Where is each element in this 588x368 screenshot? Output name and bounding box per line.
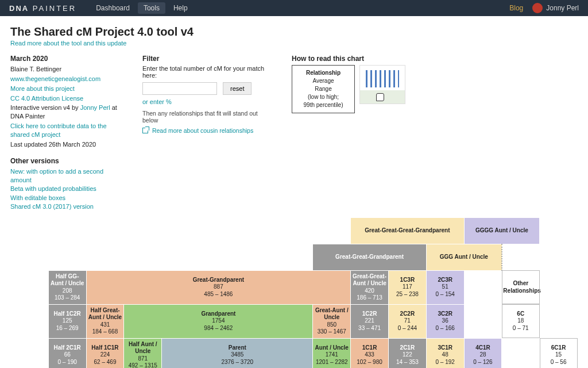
cell-gg-grandparent[interactable]: Great-Great-Grandparent: [313, 244, 426, 270]
other-heading: Other versions: [10, 157, 125, 165]
cell-1c2r-a[interactable]: 1C2R 221 33 – 471: [351, 304, 389, 338]
filter-hint: Then any relationships that fit will sta…: [142, 110, 274, 124]
howto-block: How to read this chart Relationship Aver…: [292, 55, 407, 113]
meta-site-link[interactable]: www.thegeneticgenealogist.com: [10, 75, 100, 82]
nav-dashboard[interactable]: Dashboard: [90, 2, 136, 14]
filter-block: Filter Enter the total number of cM for …: [142, 55, 274, 134]
other-link-2[interactable]: With editable boxes: [10, 194, 125, 202]
cursor-icon: [376, 93, 384, 101]
other-link-1[interactable]: Beta with updated probabilities: [10, 185, 125, 193]
meta-last-updated: Last updated 26th March 2020: [10, 140, 125, 149]
cell-1c3r-top[interactable]: 1C3R 117 25 – 238: [388, 270, 426, 304]
filter-heading: Filter: [142, 55, 274, 63]
cell-3c1r-a[interactable]: 3C1R 48 0 – 192: [426, 338, 464, 368]
meta-interactive-mid: at: [110, 104, 117, 111]
cell-other-relationships[interactable]: Other Relationships: [502, 270, 540, 304]
howto-legend-box: Relationship Average Range (low to high;…: [292, 65, 355, 113]
filter-more-link[interactable]: Read more about cousin relationships: [152, 127, 253, 134]
cell-4c1r-a[interactable]: 4C1R 28 0 – 126: [464, 338, 502, 368]
logo[interactable]: DNA PAINTER: [9, 4, 76, 13]
other-versions: Other versions New: with option to add a…: [10, 157, 125, 212]
meta-contribute-link[interactable]: Click here to contribute data to the sha…: [10, 122, 107, 138]
cell-2c3r-top[interactable]: 2C3R 51 0 – 154: [426, 270, 464, 304]
cell-ggg-aunt-uncle[interactable]: GGG Aunt / Uncle: [426, 244, 502, 270]
nav-right: Blog Jonny Perl: [509, 3, 579, 13]
howto-rel: Relationship: [306, 70, 341, 76]
nav-items: Dashboard Tools Help: [90, 2, 193, 14]
meta-more-link[interactable]: More about this project: [10, 85, 75, 92]
cell-2c2r-a[interactable]: 2C2R 71 0 – 244: [388, 304, 426, 338]
cell-gg-aunt-uncle[interactable]: Great-Great-Aunt / Uncle 420 186 – 713: [351, 270, 389, 304]
filter-input[interactable]: [142, 82, 217, 95]
reset-button[interactable]: reset: [223, 82, 252, 95]
page-subtitle-link[interactable]: Read more about the tool and this update: [10, 40, 126, 47]
meta-license-link[interactable]: CC 4.0 Attribution License: [10, 95, 83, 102]
meta-interactive-suffix: DNA Painter: [10, 113, 45, 120]
cell-aunt-uncle[interactable]: Aunt / Uncle 1741 1201 – 2282: [313, 338, 351, 368]
cell-great-aunt-uncle[interactable]: Great-Aunt / Uncle 850 330 – 1467: [313, 304, 351, 338]
logo-word-1: DNA: [9, 4, 29, 13]
cell-half-2c1r[interactable]: Half 2C1R 66 0 – 190: [48, 338, 86, 368]
cell-6c1r[interactable]: 6C1R 15 0 – 56: [540, 338, 578, 368]
top-nav: DNA PAINTER Dashboard Tools Help Blog Jo…: [0, 0, 588, 16]
cell-half-gg-aunt-uncle[interactable]: Half GG-Aunt / Uncle 208 103 – 284: [48, 270, 86, 304]
meta-date: March 2020: [10, 55, 125, 63]
howto-avg: Average: [312, 78, 334, 84]
cell-6c[interactable]: 6C 18 0 – 71: [502, 304, 540, 338]
user-name: Jonny Perl: [546, 4, 579, 12]
howto-thumb[interactable]: [359, 65, 405, 104]
meta-block: March 2020 Blaine T. Bettinger www.thege…: [10, 55, 125, 149]
cell-great-grandparent[interactable]: Great-Grandparent 887 485 – 1486: [86, 270, 351, 304]
cell-half-1c1r[interactable]: Half 1C1R 224 62 – 469: [86, 338, 124, 368]
meta-interactive-prefix: Interactive version v4 by: [10, 104, 80, 111]
filter-prompt: Enter the total number of cM for your ma…: [142, 65, 264, 79]
filter-pct-link[interactable]: or enter %: [142, 98, 172, 105]
cell-half-1c2r[interactable]: Half 1C2R 125 16 – 269: [48, 304, 86, 338]
howto-range: Range: [315, 86, 331, 92]
user-menu[interactable]: Jonny Perl: [532, 3, 579, 13]
cell-half-aunt-uncle[interactable]: Half Aunt / Uncle 871 492 – 1315: [124, 338, 162, 368]
external-link-icon: [142, 128, 148, 133]
nav-tools[interactable]: Tools: [138, 2, 165, 14]
cell-half-great-aunt-uncle[interactable]: Half Great-Aunt / Uncle 431 184 – 668: [86, 304, 124, 338]
nav-blog-link[interactable]: Blog: [509, 4, 523, 12]
meta-author: Blaine T. Bettinger: [10, 65, 125, 74]
page-title: The Shared cM Project 4.0 tool v4: [10, 25, 578, 39]
meta-interactive-author-link[interactable]: Jonny Perl: [80, 104, 110, 111]
howto-note2: 99th percentile): [304, 102, 343, 108]
other-link-3[interactable]: Shared cM 3.0 (2017) version: [10, 202, 125, 211]
cell-ggg-grandparent[interactable]: Great-Great-Great-Grandparent: [351, 217, 464, 244]
howto-note1: (low to high;: [308, 94, 339, 100]
logo-word-2: PAINTER: [33, 4, 76, 13]
relationship-chart: Great-Great-Great-Grandparent GGGG Aunt …: [10, 217, 578, 368]
cell-2c1r-a[interactable]: 2C1R 122 14 – 353: [388, 338, 426, 368]
cell-3c2r-a[interactable]: 3C2R 36 0 – 166: [426, 304, 464, 338]
cell-gggg-aunt-uncle[interactable]: GGGG Aunt / Uncle: [464, 217, 540, 244]
howto-heading: How to read this chart: [292, 55, 407, 63]
other-link-0[interactable]: New: with option to add a second amount: [10, 167, 125, 185]
cell-parent[interactable]: Parent 3485 2376 – 3720: [162, 338, 313, 368]
avatar: [532, 3, 543, 13]
nav-help[interactable]: Help: [168, 2, 194, 14]
cell-grandparent[interactable]: Grandparent 1754 984 – 2462: [124, 304, 313, 338]
cell-1c1r-a[interactable]: 1C1R 433 102 – 980: [351, 338, 389, 368]
